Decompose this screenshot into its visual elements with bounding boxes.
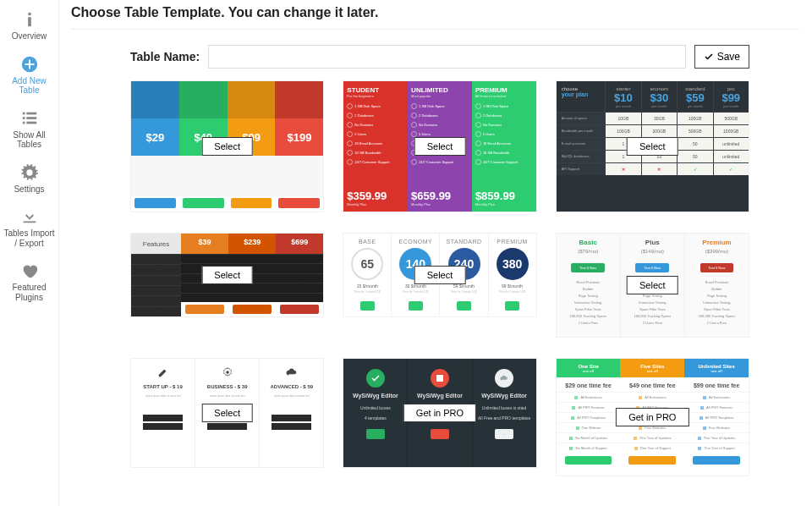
check-icon	[704, 52, 714, 62]
templates-grid: $29····· $49····· $99····· $199····· Sel…	[71, 80, 800, 506]
template-card[interactable]: START UP - $ 19Lorem ipsum dolor sit ame…	[130, 358, 324, 468]
get-pro-button[interactable]: Get in PRO	[616, 408, 689, 426]
table-name-input[interactable]	[208, 45, 685, 69]
heart-icon	[20, 261, 39, 280]
svg-rect-5	[22, 112, 25, 114]
template-card[interactable]: Basic($79/mo)Test It NowEmail PreviewsBu…	[556, 233, 749, 338]
svg-rect-8	[26, 117, 36, 119]
sidebar-item-featured-plugins[interactable]: Featured Plugins	[0, 255, 58, 309]
sidebar-item-label: Show All Tables	[2, 130, 57, 150]
sidebar-item-import-export[interactable]: Tables Import / Export	[0, 201, 58, 255]
sidebar: Overview Add New Table Show All Tables S…	[0, 0, 59, 506]
select-button[interactable]: Select	[201, 404, 253, 422]
download-icon	[20, 207, 39, 226]
main-content: Choose Table Template. You can change it…	[59, 0, 812, 506]
save-button[interactable]: Save	[694, 45, 749, 69]
svg-rect-12	[436, 375, 443, 382]
template-card[interactable]: BASE6515 $/monthPrice for 1 minute 0.2$·…	[343, 233, 536, 317]
list-icon	[20, 109, 39, 128]
template-card[interactable]: WySiWyg EditorUnlimited boxes4 templates…	[343, 358, 536, 468]
template-card[interactable]: $29····· $49····· $99····· $199····· Sel…	[130, 80, 324, 212]
svg-rect-6	[26, 112, 36, 114]
info-icon	[20, 10, 39, 29]
template-card[interactable]: One Siteone off$29 one time feeAll Exten…	[556, 358, 749, 476]
select-button[interactable]: Select	[201, 137, 253, 156]
svg-point-0	[28, 13, 31, 16]
pencil-icon	[134, 366, 191, 379]
svg-rect-10	[26, 121, 36, 124]
template-card[interactable]: chooseyour plan starter$10per month econ…	[556, 80, 749, 212]
page-title: Choose Table Template. You can change it…	[71, 0, 800, 30]
layout-icon	[431, 369, 449, 388]
table-name-label: Table Name:	[130, 50, 200, 63]
sidebar-item-label: Featured Plugins	[2, 283, 57, 302]
select-button[interactable]: Select	[201, 266, 253, 284]
svg-rect-7	[22, 117, 25, 119]
template-card[interactable]: STUDENTFor the beginners1 GB Disk Space2…	[343, 80, 536, 212]
check-circle-icon	[366, 369, 385, 388]
sidebar-item-label: Tables Import / Export	[2, 228, 57, 248]
svg-rect-4	[25, 63, 34, 65]
plus-circle-icon	[20, 55, 39, 74]
table-name-row: Table Name: Save	[130, 45, 749, 69]
save-button-label: Save	[717, 51, 740, 63]
select-button[interactable]: Select	[627, 276, 678, 294]
get-pro-button[interactable]: Get in PRO	[403, 404, 476, 422]
select-button[interactable]: Select	[627, 137, 678, 156]
template-card[interactable]: Features······ $39 ····· $239 ····· $699…	[130, 233, 324, 317]
select-button[interactable]: Select	[414, 266, 466, 284]
sidebar-item-overview[interactable]: Overview	[0, 3, 58, 48]
sidebar-item-label: Overview	[12, 31, 47, 41]
sidebar-item-settings[interactable]: Settings	[0, 157, 58, 201]
gear-icon	[20, 163, 39, 182]
sidebar-item-add-new-table[interactable]: Add New Table	[0, 48, 58, 102]
gear-icon	[199, 366, 255, 379]
select-button[interactable]: Select	[414, 137, 466, 156]
svg-point-11	[226, 371, 229, 374]
cloud-icon	[263, 366, 320, 379]
cloud-icon	[495, 369, 513, 388]
sidebar-item-show-all-tables[interactable]: Show All Tables	[0, 102, 58, 157]
sidebar-item-label: Settings	[14, 184, 44, 195]
svg-rect-1	[28, 17, 31, 26]
svg-rect-9	[22, 121, 25, 124]
sidebar-item-label: Add New Table	[2, 76, 57, 96]
